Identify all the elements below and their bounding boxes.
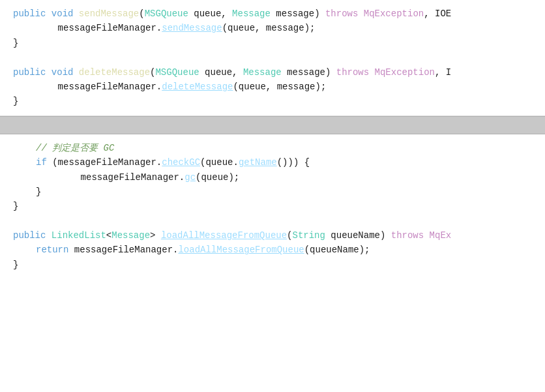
- code-token: queue,: [199, 65, 243, 80]
- code-token: throws: [325, 7, 358, 21]
- code-line: public void deleteMessage(MSGQueue queue…: [0, 65, 545, 80]
- code-line: }: [0, 36, 545, 50]
- code-token: , IOE: [424, 7, 451, 21]
- code-token: }: [13, 199, 18, 213]
- code-line: // 判定是否要 GC: [0, 141, 545, 155]
- code-token: public: [13, 228, 46, 243]
- code-token: void: [52, 65, 74, 80]
- code-token: (queue, message);: [222, 21, 316, 35]
- code-token: Message: [243, 65, 282, 80]
- code-token: return: [36, 243, 68, 257]
- code-token: messageFileManager.: [36, 21, 162, 35]
- code-token: (queue.: [200, 155, 239, 170]
- code-token: , I: [435, 65, 451, 80]
- code-token: deleteMessage: [79, 65, 150, 80]
- code-token: <: [106, 228, 111, 243]
- lower-code-panel: // 判定是否要 GCif (messageFileManager.checkG…: [0, 134, 545, 392]
- code-token: if: [36, 155, 47, 170]
- code-token: (queue, message);: [233, 80, 326, 94]
- code-line: [0, 214, 545, 228]
- code-token: [358, 7, 363, 21]
- code-token: (: [287, 228, 292, 243]
- code-line: }: [0, 185, 545, 199]
- panel-divider: [0, 116, 545, 134]
- code-token: gc: [184, 170, 196, 185]
- code-token: throws: [336, 65, 369, 80]
- code-token: LinkedList: [52, 228, 106, 243]
- code-token: }: [13, 36, 18, 50]
- code-token: messageFileManager.: [36, 80, 162, 94]
- code-token: public: [13, 7, 46, 21]
- code-line: }: [0, 199, 545, 213]
- code-token: MSGQueue: [155, 65, 199, 80]
- code-token: Message: [111, 228, 150, 243]
- code-line: public void sendMessage(MSGQueue queue, …: [0, 7, 545, 21]
- code-token: getName: [239, 155, 277, 170]
- code-token: (queue);: [196, 170, 239, 185]
- code-token: // 判定是否要 GC: [36, 141, 114, 155]
- code-line: [0, 50, 545, 65]
- code-token: [46, 65, 51, 80]
- code-token: (queueName);: [304, 243, 370, 257]
- code-editor: public void sendMessage(MSGQueue queue, …: [0, 0, 545, 392]
- code-token: message): [282, 65, 336, 80]
- code-token: MqException: [375, 65, 435, 80]
- code-token: throws: [391, 228, 424, 243]
- code-line: messageFileManager.sendMessage(queue, me…: [0, 21, 545, 35]
- code-token: ())) {: [277, 155, 310, 170]
- code-token: [73, 65, 78, 80]
- code-token: (messageFileManager.: [47, 155, 162, 170]
- code-token: message): [271, 7, 325, 21]
- code-token: (: [150, 65, 155, 80]
- code-token: MqEx: [430, 228, 452, 243]
- code-token: sendMessage: [162, 21, 222, 35]
- code-token: String: [293, 228, 325, 243]
- code-token: }: [13, 94, 18, 108]
- upper-code-panel: public void sendMessage(MSGQueue queue, …: [0, 0, 545, 116]
- code-token: }: [36, 185, 41, 199]
- code-line: if (messageFileManager.checkGC(queue.get…: [0, 155, 545, 170]
- code-line: return messageFileManager.loadAllMessage…: [0, 243, 545, 257]
- code-line: messageFileManager.gc(queue);: [0, 170, 545, 185]
- code-token: MSGQueue: [145, 7, 188, 21]
- code-token: messageFileManager.: [68, 243, 178, 257]
- code-line: messageFileManager.deleteMessage(queue, …: [0, 80, 545, 94]
- code-token: loadAllMessageFromQueue: [161, 228, 287, 243]
- code-line: }: [0, 94, 545, 108]
- code-token: deleteMessage: [162, 80, 233, 94]
- code-token: [46, 7, 51, 21]
- code-token: Message: [232, 7, 271, 21]
- code-token: >: [150, 228, 161, 243]
- code-token: void: [52, 7, 74, 21]
- code-token: [73, 7, 78, 21]
- code-token: [46, 228, 51, 243]
- code-token: messageFileManager.: [59, 170, 184, 185]
- code-token: (: [139, 7, 144, 21]
- code-token: loadAllMessageFromQueue: [178, 243, 304, 257]
- code-token: public: [13, 65, 46, 80]
- code-line: public LinkedList<Message> loadAllMessag…: [0, 228, 545, 243]
- code-token: sendMessage: [79, 7, 139, 21]
- code-token: queue,: [188, 7, 232, 21]
- code-token: queueName): [325, 228, 391, 243]
- code-token: checkGC: [162, 155, 200, 170]
- code-token: MqException: [364, 7, 424, 21]
- code-token: [369, 65, 374, 80]
- code-line: }: [0, 258, 545, 272]
- code-token: }: [13, 258, 18, 272]
- code-token: [424, 228, 429, 243]
